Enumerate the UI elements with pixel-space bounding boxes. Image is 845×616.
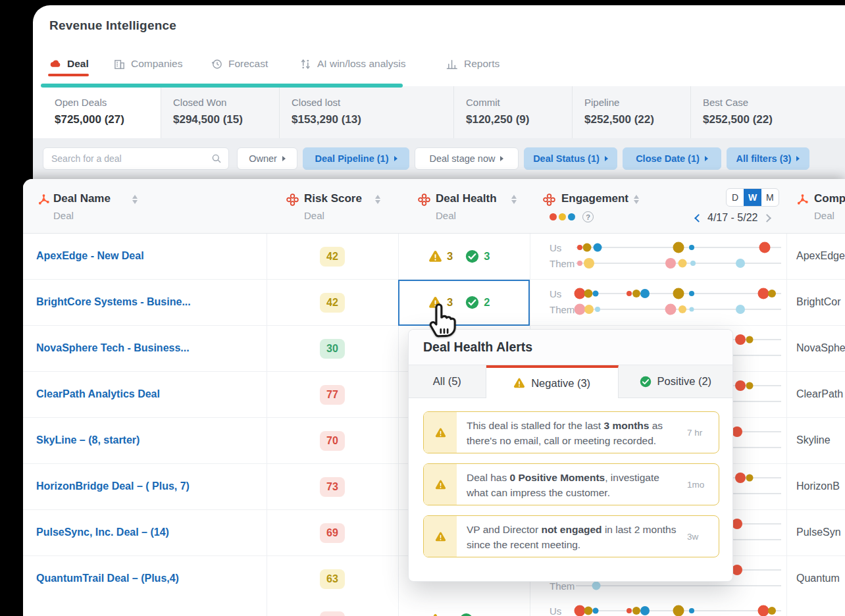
filter-label: Deal stage now bbox=[430, 153, 496, 164]
alert-item: Deal has 0 Positive Moments, investigate… bbox=[423, 463, 719, 505]
caret-icon bbox=[394, 156, 397, 161]
col-subtitle: Deal bbox=[436, 210, 456, 221]
search-input[interactable] bbox=[43, 153, 211, 164]
reports-icon bbox=[446, 58, 459, 70]
card-label: Best Case bbox=[703, 97, 845, 108]
filter-deal-pipeline[interactable]: Deal Pipeline (1) bbox=[303, 147, 409, 170]
engagement-us-line bbox=[576, 247, 781, 248]
risk-score-pill: 42 bbox=[320, 293, 345, 313]
card-label: Pipeline bbox=[584, 97, 690, 108]
engagement-dot bbox=[673, 605, 684, 616]
highlight-bar bbox=[41, 84, 403, 88]
engagement-dot bbox=[736, 259, 745, 268]
col-risk-score: Risk Score bbox=[304, 192, 362, 205]
engagement-dot bbox=[735, 380, 746, 391]
tab-companies[interactable]: Companies bbox=[113, 55, 182, 72]
alert-item: This deal is stalled for the last 3 mont… bbox=[423, 411, 719, 453]
tab-deal-label: Deal bbox=[67, 58, 89, 70]
deal-name-link[interactable]: QuantumTrail Deal – (Plus,4) bbox=[36, 573, 179, 584]
tab-forecast[interactable]: Forecast bbox=[211, 55, 268, 72]
summary-card-closed-lost[interactable]: Closed lost $153,290 (13) bbox=[280, 86, 454, 138]
summary-card-commit[interactable]: Commit $120,250 (9) bbox=[454, 86, 573, 138]
alert-text: Deal has 0 Positive Moments, investigate… bbox=[457, 464, 687, 505]
deal-name-link[interactable]: BrightCore Systems - Busine... bbox=[36, 296, 191, 308]
engagement-dot bbox=[592, 291, 598, 297]
tab-ai-winloss[interactable]: AI win/loss analysis bbox=[299, 55, 405, 72]
search-icon bbox=[211, 153, 222, 164]
engagement-dot bbox=[575, 304, 586, 315]
tab-positive-alerts[interactable]: Positive (2) bbox=[619, 365, 732, 398]
engagement-dot bbox=[732, 519, 742, 529]
engagement-dot bbox=[735, 334, 746, 345]
toggle-week[interactable]: W bbox=[744, 189, 761, 206]
card-value: $153,290 (13) bbox=[292, 113, 453, 126]
engagement-them-label: Them bbox=[550, 304, 575, 315]
summary-card-pipeline[interactable]: Pipeline $252,500 (22) bbox=[573, 86, 691, 138]
positive-count: 2 bbox=[484, 296, 490, 309]
pipeline-summary-cards: Open Deals $725,000 (27) Closed Won $294… bbox=[33, 86, 845, 138]
deal-health-cell[interactable]: 3 3 bbox=[428, 249, 490, 263]
deal-name-link[interactable]: ApexEdge - New Deal bbox=[36, 250, 144, 262]
next-range-chevron[interactable] bbox=[763, 214, 771, 222]
deal-name-link[interactable]: NovaSphere Tech - Business... bbox=[36, 342, 190, 354]
engagement-dot bbox=[627, 291, 632, 296]
risk-score-pill: 42 bbox=[320, 247, 345, 267]
toggle-day[interactable]: D bbox=[727, 189, 744, 206]
filter-all-filters[interactable]: All filters (3) bbox=[727, 147, 809, 170]
filter-deal-stage-now[interactable]: Deal stage now bbox=[415, 147, 519, 170]
sort-engagement[interactable] bbox=[634, 195, 639, 204]
filter-deal-status[interactable]: Deal Status (1) bbox=[524, 147, 617, 170]
tab-all-alerts[interactable]: All (5) bbox=[409, 365, 486, 398]
deal-name-link[interactable]: SkyLine – (8, starter) bbox=[36, 434, 140, 446]
deal-name-link[interactable]: ClearPath Analytics Deal bbox=[36, 388, 160, 400]
engagement-dot bbox=[689, 291, 694, 296]
engagement-dot bbox=[679, 259, 687, 268]
sort-risk-score[interactable] bbox=[375, 195, 380, 204]
popup-tabs: All (5) Negative (3) Positive (2) bbox=[409, 365, 732, 398]
filter-owner[interactable]: Owner bbox=[237, 147, 297, 170]
summary-card-open-deals[interactable]: Open Deals $725,000 (27) bbox=[39, 86, 161, 138]
engagement-dot bbox=[632, 607, 640, 615]
col-company: Comp bbox=[814, 192, 845, 205]
help-icon[interactable]: ? bbox=[582, 211, 594, 222]
deal-name-link[interactable]: HorizonBridge Deal – ( Plus, 7) bbox=[36, 480, 190, 492]
engagement-dot bbox=[665, 304, 676, 315]
date-range-label: 4/17 - 5/22 bbox=[707, 212, 758, 224]
filter-label: All filters (3) bbox=[736, 153, 792, 164]
tab-negative-alerts[interactable]: Negative (3) bbox=[486, 365, 619, 398]
freddy-icon bbox=[543, 193, 555, 206]
tab-label: Negative (3) bbox=[531, 377, 590, 390]
risk-score-pill: 69 bbox=[320, 523, 345, 543]
card-value: $252,500 (22) bbox=[584, 113, 690, 126]
tab-ai-winloss-label: AI win/loss analysis bbox=[317, 58, 405, 70]
toggle-month[interactable]: M bbox=[761, 189, 779, 206]
engagement-them-label: Them bbox=[550, 258, 575, 269]
filter-label: Deal Status (1) bbox=[533, 153, 600, 164]
summary-card-best-case[interactable]: Best Case $252,500 (22) bbox=[691, 86, 845, 138]
prev-range-chevron[interactable] bbox=[694, 214, 703, 222]
filter-label: Deal Pipeline (1) bbox=[315, 153, 388, 164]
deal-health-cell[interactable] bbox=[428, 613, 478, 616]
summary-card-closed-won[interactable]: Closed Won $294,500 (15) bbox=[161, 86, 280, 138]
risk-score-pill bbox=[320, 611, 345, 616]
engagement-dot bbox=[768, 290, 776, 297]
company-cell: PulseSyn bbox=[796, 526, 841, 538]
alert-timestamp: 7 hr bbox=[687, 412, 719, 453]
deal-name-link[interactable]: PulseSync, Inc. Deal – (14) bbox=[36, 526, 169, 538]
popup-body: This deal is stalled for the last 3 mont… bbox=[409, 398, 732, 557]
company-cell: HorizonB bbox=[796, 480, 840, 492]
caret-icon bbox=[500, 156, 503, 161]
sort-deal-name[interactable] bbox=[132, 195, 138, 204]
tab-deal[interactable]: Deal bbox=[49, 55, 89, 72]
card-label: Open Deals bbox=[55, 97, 161, 108]
engagement-dot bbox=[577, 245, 582, 250]
engagement-dot bbox=[640, 606, 650, 615]
filter-close-date[interactable]: Close Date (1) bbox=[623, 147, 721, 170]
card-value: $252,500 (22) bbox=[703, 113, 845, 126]
sort-deal-health[interactable] bbox=[511, 195, 517, 204]
tab-reports[interactable]: Reports bbox=[446, 55, 499, 72]
filter-label: Owner bbox=[249, 153, 277, 164]
caret-icon bbox=[282, 156, 286, 161]
engagement-dot bbox=[640, 289, 650, 298]
caret-icon bbox=[705, 156, 708, 161]
